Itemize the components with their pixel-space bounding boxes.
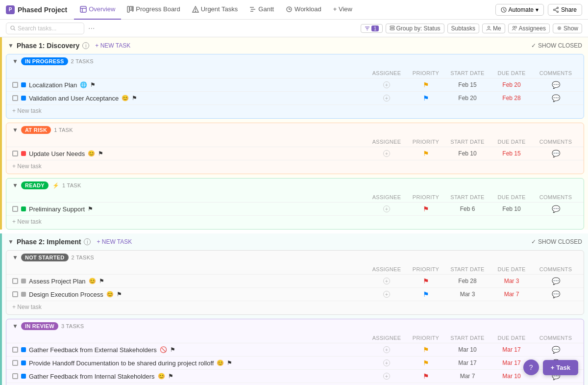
task-name: Gather Feedback from Internal Stakeholde…	[29, 373, 155, 380]
add-task-not-started[interactable]: + New task	[6, 301, 584, 314]
tab-gantt[interactable]: Gantt	[244, 0, 280, 20]
in-review-table-header: ASSIGNEE PRIORITY START DATE DUE DATE CO…	[6, 333, 584, 343]
at-risk-header: ▼ AT RISK 1 TASK	[6, 123, 584, 137]
assignee-add-icon[interactable]: +	[383, 291, 390, 298]
task-checkbox[interactable]	[12, 95, 18, 101]
due-date: Feb 15	[490, 150, 534, 157]
assignee-add-icon[interactable]: +	[383, 346, 390, 353]
share-button[interactable]: Share	[548, 4, 582, 16]
task-checkbox[interactable]	[12, 360, 18, 366]
phase-2-info-icon[interactable]: i	[84, 238, 91, 245]
task-name: Assess Project Plan	[29, 278, 86, 285]
assignee-add-icon[interactable]: +	[383, 81, 390, 88]
tab-add-view[interactable]: + View	[327, 0, 358, 20]
tab-overview[interactable]: Overview	[74, 0, 121, 20]
task-checkbox[interactable]	[12, 82, 18, 88]
comment-icon[interactable]: 💬	[552, 150, 560, 157]
help-fab-button[interactable]: ?	[523, 359, 539, 375]
comment-icon[interactable]: 💬	[552, 81, 560, 89]
phase-1-show-closed[interactable]: ✓ SHOW CLOSED	[531, 42, 582, 49]
task-checkbox[interactable]	[12, 206, 18, 212]
in-review-group: ▼ IN REVIEW 3 TASKS ASSIGNEE PRIORITY ST…	[6, 319, 584, 385]
not-started-chevron[interactable]: ▼	[12, 254, 18, 261]
task-emoji: 😊	[106, 291, 114, 298]
comment-icon[interactable]: 💬	[552, 346, 560, 354]
task-name: Provide Handoff Documentation to be shar…	[29, 359, 214, 367]
assignee-add-icon[interactable]: +	[383, 205, 390, 212]
add-task-in-progress[interactable]: + New task	[6, 105, 584, 118]
task-dot	[21, 82, 26, 87]
assignee-add-icon[interactable]: +	[383, 278, 390, 284]
in-progress-header: ▼ IN PROGRESS 2 TASKS	[6, 54, 584, 68]
table-row[interactable]: Provide Handoff Documentation to be shar…	[6, 357, 584, 370]
svg-point-14	[557, 11, 558, 12]
phase-2-title: Phase 2: Implement	[17, 238, 81, 246]
table-row[interactable]: Preliminary Support ⚑ + ⚑ Feb 6 Feb 10 💬	[6, 203, 584, 216]
task-checkbox[interactable]	[12, 373, 18, 379]
table-row[interactable]: Gather Feedback from Internal Stakeholde…	[6, 370, 584, 383]
svg-point-29	[559, 27, 560, 28]
in-review-header: ▼ IN REVIEW 3 TASKS	[6, 319, 584, 333]
task-flag-icon: ⚑	[132, 95, 137, 102]
task-emoji: 😊	[217, 359, 224, 366]
me-filter[interactable]: Me	[482, 24, 505, 33]
svg-rect-24	[390, 28, 394, 30]
task-flag-icon: ⚑	[88, 205, 93, 212]
table-row[interactable]: Validation and User Acceptance 😊 ⚑ + ⚑ F…	[6, 92, 584, 105]
assignees-filter[interactable]: Assignees	[508, 24, 550, 33]
not-started-badge: NOT STARTED	[21, 254, 69, 261]
table-row[interactable]: Update User Needs 😊 ⚑ + ⚑ Feb 10 Feb 15 …	[6, 147, 584, 160]
subtasks-filter[interactable]: Subtasks	[447, 24, 479, 33]
task-checkbox[interactable]	[12, 291, 18, 297]
search-placeholder: Search tasks...	[18, 25, 56, 32]
comment-icon[interactable]: 💬	[552, 277, 560, 285]
toolbar-more[interactable]: ···	[88, 24, 95, 33]
group-by-filter[interactable]: Group by: Status	[386, 24, 444, 33]
tab-workload[interactable]: Workload	[280, 0, 327, 20]
assignee-add-icon[interactable]: +	[383, 373, 390, 380]
filter-badge[interactable]: 1	[361, 24, 382, 33]
phase-1-new-task-btn[interactable]: + NEW TASK	[92, 41, 133, 50]
phase-1-header[interactable]: ▼ Phase 1: Discovery i + NEW TASK ✓ SHOW…	[2, 37, 588, 54]
svg-point-26	[513, 26, 514, 28]
start-date: Feb 6	[445, 205, 490, 212]
top-nav: P Phased Project Overview Progress Board…	[0, 0, 588, 20]
phase-2-new-task-btn[interactable]: + NEW TASK	[94, 237, 135, 246]
table-row[interactable]: Assess Project Plan 😊 ⚑ + ⚑ Feb 28 Mar 3…	[6, 275, 584, 288]
phase-2-show-closed[interactable]: ✓SHOW CLOSED	[531, 238, 582, 245]
svg-point-25	[488, 26, 490, 28]
task-checkbox[interactable]	[12, 151, 18, 156]
add-task-ready[interactable]: + New task	[6, 216, 584, 229]
comment-icon[interactable]: 💬	[552, 205, 560, 213]
task-fab-button[interactable]: + Task	[543, 360, 578, 375]
assignee-add-icon[interactable]: +	[383, 95, 390, 102]
in-progress-chevron[interactable]: ▼	[12, 58, 18, 65]
tab-progress-board[interactable]: Progress Board	[121, 0, 186, 20]
in-review-chevron[interactable]: ▼	[12, 323, 18, 330]
at-risk-chevron[interactable]: ▼	[12, 127, 18, 133]
ready-chevron[interactable]: ▼	[12, 182, 18, 189]
table-row[interactable]: Design Execution Process 😊 ⚑ + ⚑ Mar 3 M…	[6, 288, 584, 301]
task-checkbox[interactable]	[12, 347, 18, 353]
add-task-in-review[interactable]: + New task	[6, 383, 584, 385]
search-box[interactable]: Search tasks...	[6, 23, 84, 34]
table-row[interactable]: Localization Plan 🌐 ⚑ + ⚑ Feb 15 Feb 20 …	[6, 78, 584, 92]
assignee-add-icon[interactable]: +	[383, 150, 390, 157]
task-checkbox[interactable]	[12, 278, 18, 284]
comment-icon[interactable]: 💬	[552, 290, 560, 298]
project-title: Phased Project	[18, 6, 67, 14]
tab-urgent-tasks[interactable]: Urgent Tasks	[186, 0, 244, 20]
automate-button[interactable]: Automate ▾	[495, 4, 544, 16]
phase-2-chevron[interactable]: ▼	[8, 238, 14, 245]
svg-point-15	[553, 9, 555, 10]
start-date: Feb 20	[445, 95, 490, 102]
phase-1-info-icon[interactable]: i	[82, 42, 89, 49]
assignee-add-icon[interactable]: +	[383, 359, 390, 366]
phase-2-header[interactable]: ▼ Phase 2: Implement i + NEW TASK ✓SHOW …	[2, 233, 588, 250]
table-row[interactable]: Gather Feedback from External Stakeholde…	[6, 343, 584, 357]
phase-1-chevron[interactable]: ▼	[8, 42, 14, 49]
priority-flag: ⚑	[423, 81, 429, 89]
show-filter[interactable]: Show	[553, 24, 582, 33]
comment-icon[interactable]: 💬	[552, 94, 560, 102]
add-task-at-risk[interactable]: + New task	[6, 160, 584, 174]
